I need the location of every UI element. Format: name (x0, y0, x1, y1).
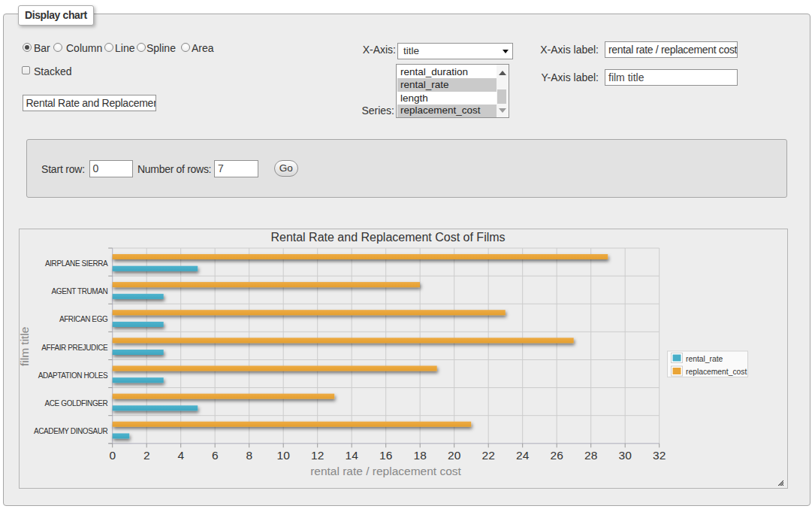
svg-text:AIRPLANE SIERRA: AIRPLANE SIERRA (44, 259, 107, 268)
svg-text:replacement_cost: replacement_cost (686, 368, 747, 376)
svg-text:28: 28 (584, 449, 597, 462)
svg-text:18: 18 (413, 449, 426, 462)
svg-text:20: 20 (448, 449, 461, 462)
svg-text:32: 32 (653, 449, 666, 462)
svg-text:ADAPTATION HOLES: ADAPTATION HOLES (38, 371, 107, 380)
svg-text:30: 30 (618, 449, 632, 462)
svg-text:ACE GOLDFINGER: ACE GOLDFINGER (44, 399, 107, 407)
svg-text:26: 26 (550, 449, 563, 462)
svg-text:8: 8 (246, 449, 252, 462)
svg-text:14: 14 (345, 449, 358, 462)
svg-text:24: 24 (516, 449, 530, 462)
svg-text:film title: film title (20, 327, 32, 367)
svg-text:rental rate / replacement cost: rental rate / replacement cost (310, 465, 461, 477)
svg-text:10: 10 (276, 449, 290, 462)
svg-text:AGENT TRUMAN: AGENT TRUMAN (51, 287, 107, 295)
svg-text:Rental Rate and Replacement Co: Rental Rate and Replacement Cost of Film… (270, 231, 505, 244)
svg-text:AFFAIR PREJUDICE: AFFAIR PREJUDICE (41, 344, 108, 352)
svg-text:2: 2 (143, 449, 149, 462)
svg-text:AFRICAN EGG: AFRICAN EGG (59, 315, 107, 323)
svg-text:0: 0 (109, 449, 116, 462)
svg-text:ACADEMY DINOSAUR: ACADEMY DINOSAUR (33, 427, 107, 435)
svg-text:16: 16 (379, 449, 392, 462)
svg-text:22: 22 (481, 449, 494, 462)
svg-text:rental_rate: rental_rate (686, 355, 723, 363)
svg-text:4: 4 (177, 449, 184, 462)
svg-text:6: 6 (211, 449, 218, 462)
svg-text:12: 12 (311, 449, 324, 462)
